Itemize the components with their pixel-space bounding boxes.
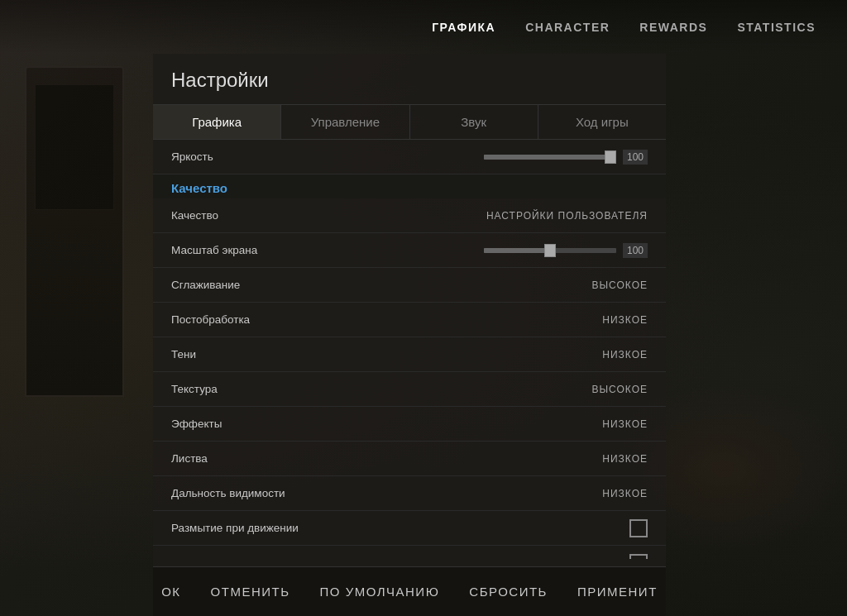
label-antialiasing: Сглаживание [171, 279, 591, 291]
label-brightness: Яркость [171, 150, 484, 163]
slider-brightness[interactable]: 100 [484, 150, 648, 165]
row-shadows: Тени НИЗКОЕ [153, 337, 666, 372]
row-vsync: Вертикальная синхронизация [153, 546, 666, 559]
tab-controls[interactable]: Управление [281, 105, 409, 139]
value-view-distance[interactable]: НИЗКОЕ [602, 488, 648, 499]
row-quality: Качество НАСТРОЙКИ ПОЛЬЗОВАТЕЛЯ [153, 198, 666, 233]
settings-tabs: Графика Управление Звук Ход игры [153, 105, 666, 140]
label-shadows: Тени [171, 348, 602, 361]
label-texture: Текстура [171, 383, 591, 395]
label-view-distance: Дальность видимости [171, 487, 602, 499]
row-screen-scale: Масштаб экрана 100 [153, 233, 666, 268]
btn-ok[interactable]: ОК [155, 580, 187, 603]
nav-home[interactable]: Графика [417, 14, 510, 41]
value-quality[interactable]: НАСТРОЙКИ ПОЛЬЗОВАТЕЛЯ [486, 210, 648, 222]
label-effects: Эффекты [171, 418, 602, 430]
screen-scale-thumb[interactable] [544, 244, 556, 257]
nav-rewards[interactable]: REWARDS [624, 14, 722, 41]
nav-character[interactable]: CHARACTER [510, 14, 624, 41]
brightness-value: 100 [623, 150, 648, 165]
slider-screen-scale[interactable]: 100 [484, 243, 648, 258]
brightness-track[interactable] [484, 155, 616, 160]
nav-statistics[interactable]: STATISTICS [722, 14, 830, 41]
label-vsync: Вертикальная синхронизация [171, 557, 629, 560]
section-quality: Качество [153, 174, 666, 198]
checkbox-motion-blur[interactable] [629, 519, 648, 537]
tab-graphics[interactable]: Графика [153, 105, 281, 139]
bg-door [25, 66, 124, 397]
value-foliage[interactable]: НИЗКОЕ [602, 453, 648, 465]
value-shadows[interactable]: НИЗКОЕ [602, 349, 648, 361]
checkbox-vsync[interactable] [629, 554, 648, 559]
settings-title: Настройки [153, 54, 666, 105]
label-foliage: Листва [171, 452, 602, 465]
brightness-thumb[interactable] [605, 150, 616, 164]
top-navigation: Графика CHARACTER REWARDS STATISTICS [0, 0, 847, 54]
row-brightness: Яркость 100 [153, 140, 666, 174]
tab-gameplay[interactable]: Ход игры [538, 105, 666, 139]
row-motion-blur: Размытие при движении [153, 511, 666, 546]
row-postprocessing: Постобработка НИЗКОЕ [153, 303, 666, 337]
brightness-fill [484, 155, 616, 160]
screen-scale-value: 100 [623, 243, 648, 258]
label-screen-scale: Масштаб экрана [171, 244, 484, 256]
tab-sound[interactable]: Звук [410, 105, 538, 139]
row-texture: Текстура ВЫСОКОЕ [153, 372, 666, 407]
label-postprocessing: Постобработка [171, 313, 602, 326]
label-motion-blur: Размытие при движении [171, 522, 629, 534]
label-quality: Качество [171, 209, 486, 222]
value-effects[interactable]: НИЗКОЕ [602, 418, 648, 430]
row-foliage: Листва НИЗКОЕ [153, 442, 666, 476]
value-postprocessing[interactable]: НИЗКОЕ [602, 314, 648, 326]
row-antialiasing: Сглаживание ВЫСОКОЕ [153, 268, 666, 303]
btn-reset[interactable]: СБРОСИТЬ [462, 580, 554, 603]
btn-apply[interactable]: ПРИМЕНИТ [571, 580, 664, 603]
value-texture[interactable]: ВЫСОКОЕ [591, 384, 648, 395]
settings-content[interactable]: Яркость 100 Качество Качество НАСТРОЙКИ … [153, 140, 666, 559]
screen-scale-fill [484, 248, 550, 253]
settings-panel: Настройки Графика Управление Звук Ход иг… [153, 54, 666, 566]
value-antialiasing[interactable]: ВЫСОКОЕ [591, 279, 648, 291]
btn-cancel[interactable]: ОТМЕНИТЬ [204, 580, 297, 603]
bottom-action-bar: ОК ОТМЕНИТЬ ПО УМОЛЧАНИЮ СБРОСИТЬ ПРИМЕН… [153, 566, 666, 616]
row-view-distance: Дальность видимости НИЗКОЕ [153, 476, 666, 511]
btn-default[interactable]: ПО УМОЛЧАНИЮ [313, 580, 447, 603]
row-effects: Эффекты НИЗКОЕ [153, 407, 666, 442]
screen-scale-track[interactable] [484, 248, 616, 253]
